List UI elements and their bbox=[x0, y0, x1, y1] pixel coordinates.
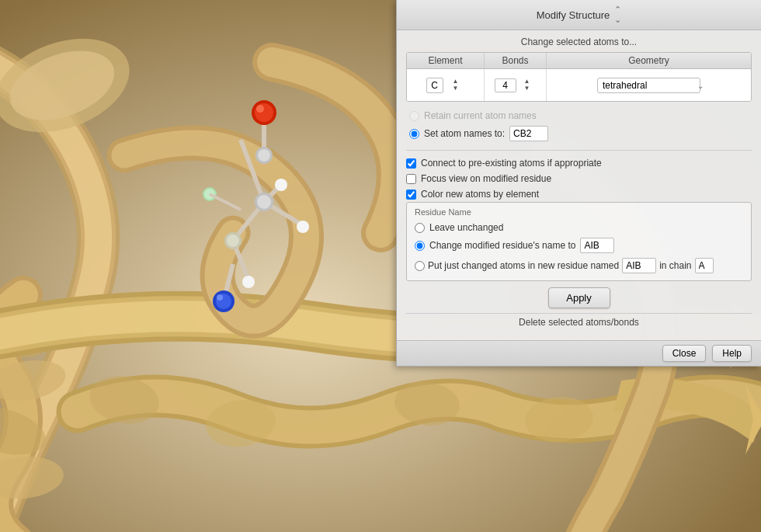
leave-unchanged-radio[interactable] bbox=[415, 223, 425, 233]
element-value[interactable]: C bbox=[426, 78, 443, 93]
element-header: Element bbox=[407, 53, 485, 68]
focus-checkbox[interactable] bbox=[406, 174, 416, 184]
bottom-bar: Close Help bbox=[397, 340, 761, 366]
close-button[interactable]: Close bbox=[662, 345, 707, 362]
atom-table-header: Element Bonds Geometry bbox=[407, 53, 751, 69]
svg-point-23 bbox=[256, 105, 264, 113]
svg-point-26 bbox=[217, 294, 223, 301]
modify-structure-panel: Modify Structure ⌃⌄ Change selected atom… bbox=[396, 0, 761, 367]
focus-label: Focus view on modified residue bbox=[421, 173, 551, 184]
svg-point-36 bbox=[297, 221, 309, 233]
bonds-header: Bonds bbox=[485, 53, 547, 68]
color-checkbox-row: Color new atoms by element bbox=[406, 186, 752, 202]
residue-name-section: Residue Name Leave unchanged Change modi… bbox=[406, 202, 752, 281]
color-label: Color new atoms by element bbox=[421, 189, 539, 200]
svg-point-28 bbox=[258, 149, 270, 162]
connect-label: Connect to pre-existing atoms if appropr… bbox=[421, 158, 602, 169]
element-down-arrow[interactable]: ▼ bbox=[453, 85, 459, 92]
put-residue-row: Put just changed atoms in new residue na… bbox=[415, 256, 743, 276]
change-residue-input[interactable] bbox=[580, 238, 614, 253]
bonds-cell[interactable]: 4 ▲ ▼ bbox=[485, 69, 547, 101]
residue-name-title: Residue Name bbox=[415, 207, 743, 217]
geometry-cell[interactable]: tetrahedral linear trigonal square plana… bbox=[547, 69, 751, 101]
panel-title-bar: Modify Structure ⌃⌄ bbox=[397, 0, 761, 30]
atom-names-section: Retain current atom names Set atom names… bbox=[406, 106, 752, 145]
change-atoms-label: Change selected atoms to... bbox=[406, 37, 752, 47]
retain-atom-names-row: Retain current atom names bbox=[409, 108, 749, 123]
put-residue-input[interactable] bbox=[622, 258, 656, 273]
bonds-up-arrow[interactable]: ▲ bbox=[524, 78, 530, 85]
set-atom-names-radio[interactable] bbox=[409, 129, 419, 139]
leave-unchanged-label: Leave unchanged bbox=[429, 222, 503, 233]
set-atom-names-label: Set atom names to: bbox=[424, 128, 505, 139]
change-residue-row: Change modified residue's name to bbox=[415, 235, 743, 256]
retain-atom-names-radio[interactable] bbox=[409, 111, 419, 121]
checkboxes-section: Connect to pre-existing atoms if appropr… bbox=[406, 155, 752, 202]
element-cell[interactable]: C ▲ ▼ bbox=[407, 69, 485, 101]
atom-name-input[interactable] bbox=[509, 126, 548, 141]
delete-link[interactable]: Delete selected atoms/bonds bbox=[406, 313, 752, 331]
bonds-value[interactable]: 4 bbox=[495, 78, 516, 92]
focus-checkbox-row: Focus view on modified residue bbox=[406, 171, 752, 186]
connect-checkbox[interactable] bbox=[406, 158, 416, 169]
color-checkbox[interactable] bbox=[406, 190, 416, 200]
help-button[interactable]: Help bbox=[712, 345, 752, 362]
change-residue-radio[interactable] bbox=[415, 241, 425, 251]
leave-unchanged-row: Leave unchanged bbox=[415, 220, 743, 235]
atom-table-row: C ▲ ▼ 4 ▲ ▼ bbox=[407, 69, 751, 101]
geometry-select[interactable]: tetrahedral linear trigonal square plana… bbox=[597, 78, 700, 93]
bonds-down-arrow[interactable]: ▼ bbox=[524, 85, 530, 92]
apply-button[interactable]: Apply bbox=[548, 287, 610, 308]
set-atom-names-row: Set atom names to: bbox=[409, 123, 749, 144]
atom-table: Element Bonds Geometry C ▲ ▼ bbox=[406, 52, 752, 102]
change-residue-label: Change modified residue's name to bbox=[429, 240, 575, 251]
put-residue-radio[interactable] bbox=[415, 261, 425, 271]
retain-atom-names-label: Retain current atom names bbox=[424, 110, 537, 121]
svg-point-37 bbox=[275, 179, 287, 191]
svg-point-38 bbox=[242, 276, 255, 288]
svg-point-30 bbox=[257, 195, 271, 209]
put-residue-label: Put just changed atoms in new residue na… bbox=[428, 260, 619, 271]
divider-1 bbox=[406, 150, 752, 151]
chain-label: in chain bbox=[659, 260, 691, 271]
connect-checkbox-row: Connect to pre-existing atoms if appropr… bbox=[406, 155, 752, 171]
panel-title: Modify Structure bbox=[537, 9, 610, 21]
chain-input[interactable] bbox=[695, 258, 714, 273]
element-up-arrow[interactable]: ▲ bbox=[453, 78, 459, 85]
geometry-header: Geometry bbox=[547, 53, 751, 68]
sort-icon: ⌃⌄ bbox=[614, 5, 621, 25]
svg-point-32 bbox=[227, 235, 239, 247]
